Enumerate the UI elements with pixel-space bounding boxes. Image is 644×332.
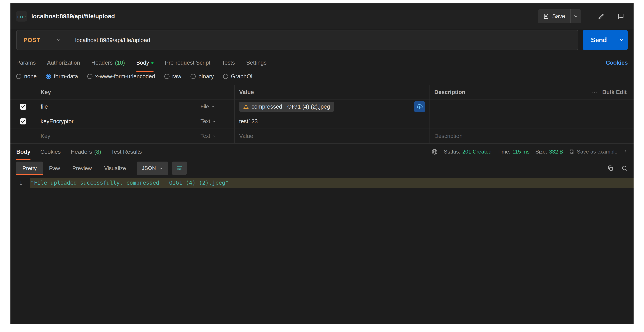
status-badge: Status: 201 Created	[444, 149, 492, 155]
tab-headers[interactable]: Headers (10)	[91, 53, 125, 72]
column-header-key: Key	[36, 85, 200, 99]
response-body: 1 "File uploaded successfully, compresse…	[10, 176, 634, 324]
response-tab-cookies[interactable]: Cookies	[40, 144, 61, 160]
mode-x-www-form-urlencoded[interactable]: x-www-form-urlencoded	[87, 73, 155, 80]
edit-button[interactable]	[594, 9, 608, 23]
save-button[interactable]: Save	[538, 9, 570, 23]
url-control: POST localhost:8989/api/file/upload	[16, 30, 578, 50]
value-cell[interactable]: test123	[235, 114, 430, 129]
save-options-button[interactable]	[570, 9, 581, 23]
tab-pre-request-script[interactable]: Pre-request Script	[165, 53, 210, 72]
url-bar: POST localhost:8989/api/file/upload Send	[16, 30, 628, 50]
save-icon	[543, 13, 549, 19]
response-meta: Status: 201 Created Time: 115 ms Size: 3…	[432, 149, 628, 155]
globe-icon[interactable]	[432, 149, 438, 155]
mode-raw[interactable]: raw	[164, 73, 181, 80]
description-cell-placeholder[interactable]: Description	[430, 129, 582, 143]
type-select[interactable]: Text	[200, 129, 235, 143]
mode-none[interactable]: none	[16, 73, 37, 80]
chevron-down-icon	[619, 37, 624, 43]
body-mode-selector: none form-data x-www-form-urlencoded raw…	[16, 73, 628, 80]
radio-icon	[87, 74, 92, 79]
code-line: 1 "File uploaded successfully, compresse…	[10, 178, 634, 188]
save-split-button: Save	[538, 9, 581, 23]
send-split-button: Send	[583, 30, 628, 50]
comment-icon	[618, 13, 624, 20]
ellipsis-icon[interactable]	[592, 89, 598, 95]
tab-tests[interactable]: Tests	[222, 53, 235, 72]
radio-icon	[164, 74, 170, 79]
column-header-value: Value	[235, 85, 430, 99]
row-checkbox[interactable]	[20, 118, 26, 125]
file-name: compressed - OIG1 (4) (2).jpeg	[252, 103, 330, 110]
file-chip[interactable]: compressed - OIG1 (4) (2).jpeg	[239, 102, 334, 112]
response-tab-headers[interactable]: Headers (8)	[71, 144, 101, 160]
check-icon	[21, 104, 25, 109]
key-cell[interactable]: keyEncryptor	[36, 114, 200, 129]
description-cell[interactable]	[430, 100, 582, 114]
tab-settings[interactable]: Settings	[246, 53, 266, 72]
search-icon[interactable]	[621, 165, 628, 171]
tab-body[interactable]: Body	[136, 53, 154, 72]
response-tab-body[interactable]: Body	[16, 144, 30, 160]
body-modified-dot	[151, 62, 154, 64]
http-request-icon-label: HTTP	[18, 15, 26, 19]
radio-icon	[223, 74, 228, 79]
comments-button[interactable]	[614, 9, 628, 23]
table-header-row: Key Value Description Bulk Edit	[10, 85, 634, 100]
status-value: 201 Created	[462, 149, 492, 155]
response-string: "File uploaded successfully, compressed …	[30, 178, 634, 188]
tab-params[interactable]: Params	[16, 53, 36, 72]
line-number: 1	[10, 178, 30, 188]
save-as-example-button[interactable]: Save as example	[569, 149, 618, 155]
view-tab-raw[interactable]: Raw	[43, 162, 66, 175]
type-select[interactable]: Text	[200, 114, 235, 129]
mode-graphql[interactable]: GraphQL	[223, 73, 254, 80]
headers-count: (10)	[115, 59, 125, 66]
radio-icon	[16, 74, 22, 79]
table-row: keyEncryptor Text test123	[10, 114, 634, 129]
save-button-label: Save	[552, 13, 565, 19]
http-request-icon: HTTP	[16, 11, 27, 21]
wrap-text-icon	[176, 165, 182, 171]
form-data-table: Key Value Description Bulk Edit file Fil…	[10, 85, 634, 144]
send-options-button[interactable]	[615, 30, 628, 50]
send-button[interactable]: Send	[583, 30, 615, 50]
response-headers-count: (8)	[94, 149, 101, 155]
response-tab-test-results[interactable]: Test Results	[111, 144, 142, 160]
upload-cloud-icon	[416, 104, 423, 110]
key-cell[interactable]: file	[36, 100, 200, 114]
column-header-description: Description	[430, 85, 582, 99]
value-cell-placeholder[interactable]: Value	[239, 133, 253, 139]
bulk-edit-button[interactable]: Bulk Edit	[602, 89, 627, 95]
mode-binary[interactable]: binary	[190, 73, 214, 80]
upload-file-button[interactable]	[414, 101, 425, 112]
view-tab-visualize[interactable]: Visualize	[98, 162, 132, 175]
response-toolbar: Pretty Raw Preview Visualize JSON	[10, 160, 634, 176]
view-tab-preview[interactable]: Preview	[66, 162, 98, 175]
value-cell[interactable]: compressed - OIG1 (4) (2).jpeg	[235, 100, 430, 114]
row-checkbox[interactable]	[20, 104, 26, 110]
chevron-down-icon	[212, 134, 216, 138]
tab-authorization[interactable]: Authorization	[47, 53, 80, 72]
copy-icon[interactable]	[607, 165, 614, 171]
description-cell[interactable]	[430, 114, 582, 129]
mode-form-data[interactable]: form-data	[46, 73, 78, 80]
chevron-down-icon	[159, 166, 163, 170]
key-cell-placeholder[interactable]: Key	[36, 129, 200, 143]
chevron-down-icon	[573, 14, 578, 19]
method-select[interactable]: POST	[16, 37, 68, 43]
more-options-icon[interactable]	[623, 150, 628, 154]
format-select[interactable]: JSON	[136, 162, 168, 175]
request-tabs: Params Authorization Headers (10) Body P…	[16, 53, 628, 72]
table-row-placeholder: Key Text Value Description	[10, 129, 634, 144]
method-label: POST	[24, 37, 40, 43]
url-input[interactable]: localhost:8989/api/file/upload	[68, 37, 578, 43]
postman-window: HTTP localhost:8989/api/file/upload Save…	[10, 3, 634, 324]
type-select[interactable]: File	[200, 100, 235, 114]
view-tab-pretty[interactable]: Pretty	[16, 162, 43, 175]
warning-icon	[243, 104, 249, 109]
wrap-text-button[interactable]	[172, 162, 187, 175]
chevron-down-icon	[211, 105, 215, 109]
cookies-link[interactable]: Cookies	[606, 59, 628, 66]
